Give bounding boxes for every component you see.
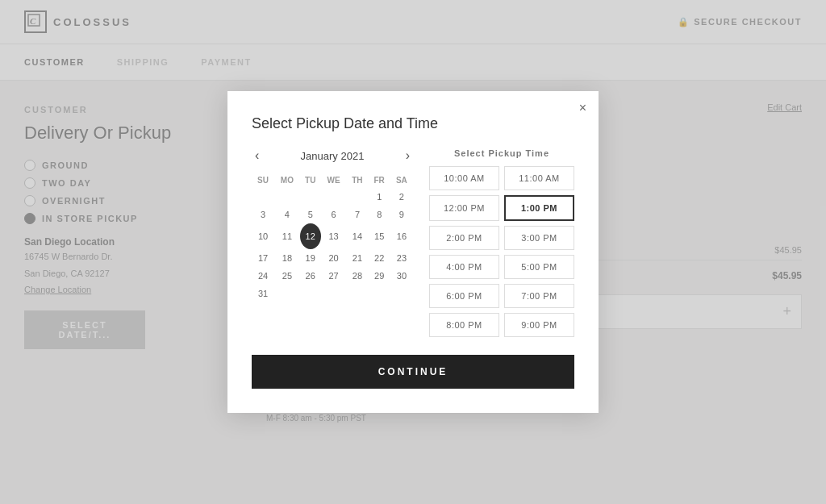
calendar-day[interactable]: 29 <box>369 267 390 285</box>
calendar-header: ‹ January 2021 › <box>252 148 413 163</box>
calendar-day[interactable]: 16 <box>390 223 413 249</box>
calendar-day[interactable]: 17 <box>252 249 274 267</box>
time-option[interactable]: 7:00 PM <box>504 284 574 308</box>
time-option[interactable]: 1:00 PM <box>504 195 574 221</box>
calendar-day <box>300 285 321 302</box>
calendar-prev-button[interactable]: ‹ <box>252 148 262 163</box>
calendar-day <box>346 188 368 206</box>
calendar-day[interactable]: 7 <box>346 206 368 223</box>
calendar-day <box>390 285 413 302</box>
calendar-day <box>321 188 347 206</box>
time-option[interactable]: 4:00 PM <box>429 255 499 279</box>
calendar-day[interactable]: 3 <box>252 206 274 223</box>
calendar-day[interactable]: 31 <box>252 285 274 302</box>
time-option[interactable]: 12:00 PM <box>429 195 499 221</box>
time-option[interactable]: 9:00 PM <box>504 313 574 337</box>
time-option[interactable]: 10:00 AM <box>429 166 499 190</box>
calendar-day <box>346 285 368 302</box>
calendar-day[interactable]: 6 <box>321 206 347 223</box>
calendar-day[interactable]: 13 <box>321 223 347 249</box>
time-option[interactable]: 6:00 PM <box>429 284 499 308</box>
calendar-day <box>321 285 347 302</box>
modal-title: Select Pickup Date and Time <box>252 115 574 132</box>
calendar-day[interactable]: 25 <box>274 267 300 285</box>
calendar-day[interactable]: 23 <box>390 249 413 267</box>
calendar-day[interactable]: 4 <box>274 206 300 223</box>
modal-close-button[interactable]: × <box>579 101 586 115</box>
time-option[interactable]: 3:00 PM <box>504 226 574 250</box>
calendar-day <box>274 285 300 302</box>
calendar: ‹ January 2021 › SUMOTUWETHFRSA 12345678… <box>252 148 413 337</box>
calendar-day <box>369 285 390 302</box>
calendar-day[interactable]: 27 <box>321 267 347 285</box>
modal-body: ‹ January 2021 › SUMOTUWETHFRSA 12345678… <box>252 148 574 337</box>
continue-button[interactable]: CONTINUE <box>252 355 574 389</box>
calendar-day[interactable]: 5 <box>300 206 321 223</box>
calendar-day[interactable]: 26 <box>300 267 321 285</box>
calendar-day[interactable]: 10 <box>252 223 274 249</box>
calendar-day[interactable]: 19 <box>300 249 321 267</box>
calendar-day[interactable]: 18 <box>274 249 300 267</box>
time-picker: Select Pickup Time 10:00 AM11:00 AM12:00… <box>429 148 574 337</box>
time-grid: 10:00 AM11:00 AM12:00 PM1:00 PM2:00 PM3:… <box>429 166 574 337</box>
calendar-day[interactable]: 24 <box>252 267 274 285</box>
time-option[interactable]: 5:00 PM <box>504 255 574 279</box>
calendar-month-label: January 2021 <box>301 150 365 162</box>
calendar-next-button[interactable]: › <box>403 148 413 163</box>
time-picker-title: Select Pickup Time <box>429 148 574 158</box>
modal-dialog: × Select Pickup Date and Time ‹ January … <box>227 91 599 413</box>
calendar-grid: SUMOTUWETHFRSA 1234567891011121314151617… <box>252 173 413 302</box>
calendar-day[interactable]: 28 <box>346 267 368 285</box>
calendar-day[interactable]: 15 <box>369 223 390 249</box>
calendar-day[interactable]: 9 <box>390 206 413 223</box>
calendar-day <box>252 188 274 206</box>
time-option[interactable]: 8:00 PM <box>429 313 499 337</box>
calendar-day[interactable]: 11 <box>274 223 300 249</box>
calendar-day[interactable]: 1 <box>369 188 390 206</box>
calendar-day[interactable]: 22 <box>369 249 390 267</box>
calendar-day <box>300 188 321 206</box>
calendar-day[interactable]: 12 <box>300 223 321 249</box>
calendar-day <box>274 188 300 206</box>
calendar-day[interactable]: 2 <box>390 188 413 206</box>
calendar-day[interactable]: 14 <box>346 223 368 249</box>
modal-overlay[interactable]: × Select Pickup Date and Time ‹ January … <box>0 0 826 504</box>
calendar-day[interactable]: 8 <box>369 206 390 223</box>
calendar-day[interactable]: 21 <box>346 249 368 267</box>
time-option[interactable]: 11:00 AM <box>504 166 574 190</box>
calendar-day[interactable]: 30 <box>390 267 413 285</box>
calendar-day[interactable]: 20 <box>321 249 347 267</box>
time-option[interactable]: 2:00 PM <box>429 226 499 250</box>
